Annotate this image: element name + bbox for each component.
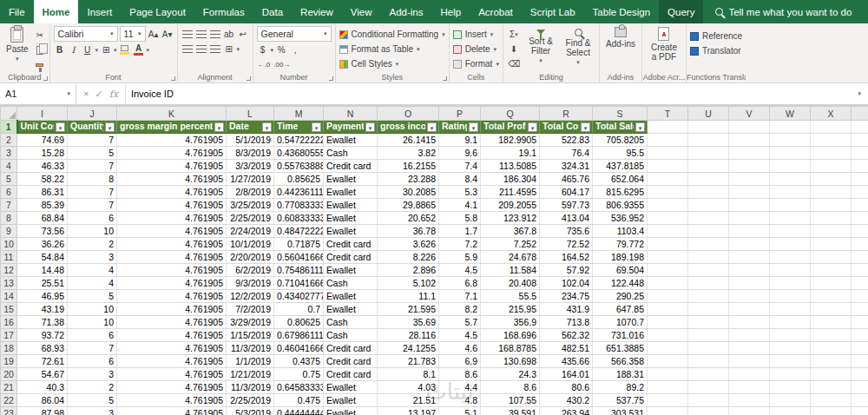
decrease-decimal-icon[interactable]: .00→ [273, 58, 291, 71]
cell-K21[interactable]: 4.761905 [117, 381, 227, 394]
empty-cell[interactable] [770, 407, 811, 415]
empty-cell[interactable] [648, 342, 688, 355]
formula-bar-expand-icon[interactable]: ▾ [851, 83, 868, 104]
cell-R16[interactable]: 713.8 [540, 316, 593, 329]
cell-O14[interactable]: 11.1 [378, 290, 439, 303]
cell-R19[interactable]: 435.66 [540, 355, 593, 368]
empty-cell[interactable] [729, 407, 770, 415]
empty-cell[interactable] [811, 212, 852, 225]
cell-K15[interactable]: 4.761905 [117, 303, 227, 316]
cell-N10[interactable]: Credit card [324, 238, 378, 251]
empty-cell[interactable] [770, 251, 811, 264]
align-center-icon[interactable] [195, 43, 207, 56]
tab-home[interactable]: Home [34, 0, 79, 23]
empty-cell[interactable] [770, 134, 811, 147]
cell-M4[interactable]: 0.557638889 [274, 160, 324, 173]
empty-cell[interactable] [729, 368, 770, 381]
tab-help[interactable]: Help [432, 0, 470, 23]
find-select-button[interactable]: Find & Select ▾ [561, 26, 595, 67]
tab-script-lab[interactable]: Script Lab [522, 0, 584, 23]
cell-Q10[interactable]: 7.252 [481, 238, 540, 251]
column-header-P[interactable]: P [439, 107, 481, 121]
cell-Q18[interactable]: 168.8785 [481, 342, 540, 355]
cell-Q16[interactable]: 356.9 [481, 316, 540, 329]
tab-review[interactable]: Review [292, 0, 342, 23]
copy-icon[interactable] [34, 43, 46, 56]
name-box-dropdown-icon[interactable]: ▾ [67, 90, 70, 97]
empty-cell[interactable] [811, 394, 852, 407]
cell-M6[interactable]: 0.442361111 [274, 186, 324, 199]
cell-O15[interactable]: 21.595 [378, 303, 439, 316]
empty-cell[interactable] [729, 290, 770, 303]
tab-view[interactable]: View [342, 0, 381, 23]
cell-R15[interactable]: 431.9 [540, 303, 593, 316]
align-middle-icon[interactable] [195, 28, 207, 41]
empty-cell[interactable] [811, 173, 852, 186]
empty-cell[interactable] [648, 381, 688, 394]
row-header-20[interactable]: 20 [1, 368, 17, 381]
cell-I11[interactable]: 54.84 [17, 251, 68, 264]
cell-R23[interactable]: 263.94 [540, 407, 593, 415]
cell-K11[interactable]: 4.761905 [117, 251, 227, 264]
cell-N16[interactable]: Cash [324, 316, 378, 329]
cell-O18[interactable]: 24.1255 [378, 342, 439, 355]
orientation-icon[interactable]: ab [223, 28, 235, 41]
increase-decimal-icon[interactable]: ←.0 [257, 58, 272, 71]
borders-icon[interactable]: ⊞ [100, 43, 112, 56]
filter-dropdown-icon[interactable]: ▾ [365, 122, 375, 132]
empty-cell[interactable] [770, 212, 811, 225]
empty-cell[interactable] [729, 199, 770, 212]
filter-dropdown-icon[interactable]: ▾ [312, 122, 321, 132]
sort-filter-button[interactable]: Sort & Filter ▾ [523, 26, 558, 65]
empty-cell[interactable] [729, 329, 770, 342]
row-header-21[interactable]: 21 [1, 381, 17, 394]
cell-P4[interactable]: 7.4 [439, 160, 481, 173]
bold-button[interactable]: B [54, 43, 66, 56]
cell-N6[interactable]: Ewallet [324, 186, 378, 199]
empty-cell[interactable] [729, 173, 770, 186]
cell-P7[interactable]: 4.1 [439, 199, 481, 212]
cell-N19[interactable]: Credit card [324, 355, 378, 368]
row-header-17[interactable]: 17 [1, 329, 17, 342]
filter-dropdown-icon[interactable]: ▾ [427, 122, 437, 132]
empty-cell[interactable] [688, 186, 729, 199]
cell-N2[interactable]: Ewallet [324, 134, 378, 147]
cell-L21[interactable]: 11/3/2019 [227, 381, 274, 394]
row-header-3[interactable]: 3 [1, 147, 17, 160]
empty-cell[interactable] [770, 316, 811, 329]
column-header-N[interactable]: N [324, 107, 378, 121]
empty-cell[interactable] [852, 355, 868, 368]
empty-cell[interactable] [729, 147, 770, 160]
cell-S22[interactable]: 537.75 [593, 394, 648, 407]
empty-cell[interactable] [729, 134, 770, 147]
cell-L3[interactable]: 8/3/2019 [227, 147, 274, 160]
paste-button[interactable]: Paste ▾ [3, 26, 31, 63]
filter-dropdown-icon[interactable]: ▾ [469, 122, 478, 132]
cell-R5[interactable]: 465.76 [540, 173, 593, 186]
font-color-icon[interactable]: A [133, 43, 145, 56]
filter-dropdown-icon[interactable]: ▾ [105, 122, 115, 132]
empty-cell[interactable] [688, 342, 729, 355]
empty-cell[interactable] [770, 290, 811, 303]
cell-O10[interactable]: 3.626 [378, 238, 439, 251]
empty-cell[interactable] [688, 407, 729, 415]
empty-cell[interactable] [688, 381, 729, 394]
cell-P18[interactable]: 4.6 [439, 342, 481, 355]
cell-I14[interactable]: 46.95 [17, 290, 68, 303]
empty-cell[interactable] [852, 186, 868, 199]
cell-R6[interactable]: 604.17 [540, 186, 593, 199]
empty-cell[interactable] [770, 264, 811, 277]
empty-cell[interactable] [648, 407, 688, 415]
tell-me-box[interactable]: Tell me what you want to do [703, 0, 864, 23]
row-header-10[interactable]: 10 [1, 238, 17, 251]
cell-J11[interactable]: 3 [68, 251, 117, 264]
cell-K19[interactable]: 4.761905 [117, 355, 227, 368]
empty-cell[interactable] [852, 199, 868, 212]
cut-icon[interactable]: ✂ [34, 29, 46, 42]
empty-cell[interactable] [729, 342, 770, 355]
empty-cell[interactable] [811, 381, 852, 394]
cell-L7[interactable]: 3/25/2019 [227, 199, 274, 212]
empty-cell[interactable] [770, 277, 811, 290]
cell-L16[interactable]: 3/29/2019 [227, 316, 274, 329]
cell-Q8[interactable]: 123.912 [481, 212, 540, 225]
